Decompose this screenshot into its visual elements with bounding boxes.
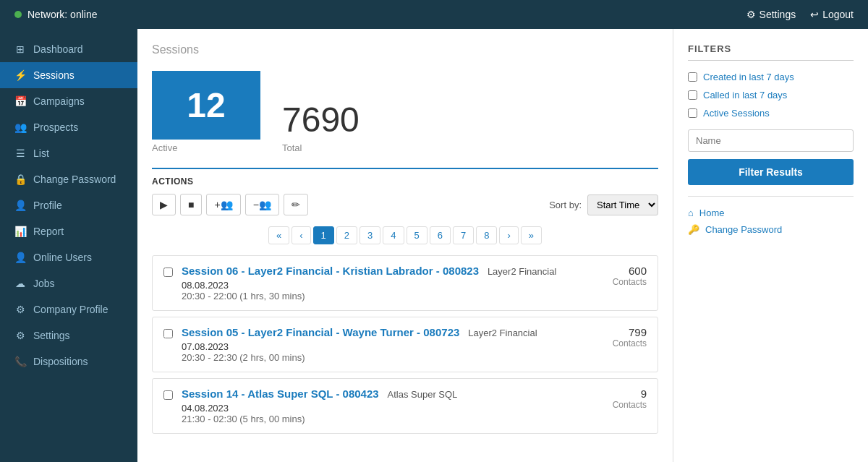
session-company-3: Atlas Super SQL <box>388 389 458 400</box>
content-area: Sessions 12 Active 7690 Total ACTIONS ▶ <box>137 29 673 462</box>
session-content-2: Session 05 - Layer2 Financial - Wayne Tu… <box>182 326 604 363</box>
sidebar-label-dispositions: Dispositions <box>33 356 88 367</box>
filter-name-input[interactable] <box>688 129 854 152</box>
session-title-1[interactable]: Session 06 - Layer2 Financial - Kristian… <box>182 265 479 277</box>
page-first[interactable]: « <box>268 226 289 244</box>
pagination: « ‹ 1 2 3 4 5 6 7 8 › » <box>152 226 658 244</box>
jobs-icon: ☁ <box>14 278 26 289</box>
prospects-icon: 👥 <box>14 121 26 133</box>
gear-icon: ⚙ <box>746 9 756 20</box>
sidebar-item-company-profile[interactable]: ⚙ Company Profile <box>0 296 137 322</box>
contacts-count-2: 799 <box>613 326 647 338</box>
filter-checkbox-created[interactable] <box>688 72 697 82</box>
stats-row: 12 Active 7690 Total <box>152 71 658 153</box>
sort-select[interactable]: Start Time End Time Name Contacts <box>587 194 658 215</box>
page-next[interactable]: › <box>499 226 518 244</box>
sidebar-label-change-password: Change Password <box>33 174 116 185</box>
sidebar-item-dispositions[interactable]: 📞 Dispositions <box>0 348 137 375</box>
page-2[interactable]: 2 <box>336 226 357 244</box>
list-icon: ☰ <box>14 147 26 159</box>
logout-link[interactable]: ↩ Logout <box>810 9 854 20</box>
sidebar-label-campaigns: Campaigns <box>33 95 85 107</box>
filter-active-sessions[interactable]: Active Sessions <box>688 108 854 119</box>
quick-link-change-password[interactable]: 🔑 Change Password <box>688 224 854 235</box>
home-icon: ⌂ <box>688 208 694 218</box>
filter-label-called: Called in last 7 days <box>703 90 787 100</box>
sidebar-item-change-password[interactable]: 🔒 Change Password <box>0 166 137 192</box>
play-button[interactable]: ▶ <box>152 194 176 215</box>
sidebar-item-profile[interactable]: 👤 Profile <box>0 192 137 218</box>
network-dot <box>14 11 22 18</box>
profile-icon: 👤 <box>14 200 26 211</box>
sidebar-label-settings: Settings <box>33 330 70 341</box>
page-7[interactable]: 7 <box>453 226 474 244</box>
dispositions-icon: 📞 <box>14 356 26 367</box>
session-contacts-2: 799 Contacts <box>613 326 647 348</box>
sidebar-label-online-users: Online Users <box>33 252 92 263</box>
filter-called-last-7[interactable]: Called in last 7 days <box>688 90 854 100</box>
page-prev[interactable]: ‹ <box>292 226 310 244</box>
sidebar-item-dashboard[interactable]: ⊞ Dashboard <box>0 36 137 62</box>
logout-icon: ↩ <box>810 9 819 20</box>
session-title-2[interactable]: Session 05 - Layer2 Financial - Wayne Tu… <box>182 326 459 338</box>
total-label: Total <box>282 142 359 153</box>
contacts-count-3: 9 <box>613 388 647 400</box>
session-checkbox-3[interactable] <box>163 390 173 400</box>
settings-link[interactable]: ⚙ Settings <box>746 9 796 20</box>
sidebar-label-sessions: Sessions <box>33 69 75 81</box>
quick-link-home[interactable]: ⌂ Home <box>688 208 854 218</box>
page-8[interactable]: 8 <box>476 226 497 244</box>
quick-link-password-label: Change Password <box>705 224 782 235</box>
page-last[interactable]: » <box>521 226 542 244</box>
filter-created-last-7[interactable]: Created in last 7 days <box>688 72 854 82</box>
session-checkbox-2[interactable] <box>163 329 173 338</box>
filter-results-button[interactable]: Filter Results <box>688 159 854 185</box>
page-1[interactable]: 1 <box>313 226 334 244</box>
sidebar-label-company-profile: Company Profile <box>33 304 109 315</box>
online-users-icon: 👤 <box>14 252 26 263</box>
session-row-3: Session 14 - Atlas Super SQL - 080423 At… <box>152 378 658 434</box>
topbar: Network: online ⚙ Settings ↩ Logout <box>0 0 868 29</box>
sidebar-item-report[interactable]: 📊 Report <box>0 218 137 244</box>
sidebar-item-jobs[interactable]: ☁ Jobs <box>0 270 137 296</box>
network-status: Network: online <box>14 9 98 20</box>
report-icon: 📊 <box>14 226 26 237</box>
sidebar-item-settings[interactable]: ⚙ Settings <box>0 322 137 348</box>
session-checkbox-1[interactable] <box>163 268 173 277</box>
session-content-1: Session 06 - Layer2 Financial - Kristian… <box>182 265 604 301</box>
session-row: Session 06 - Layer2 Financial - Kristian… <box>152 255 658 311</box>
contacts-count-1: 600 <box>613 265 647 277</box>
sidebar-item-online-users[interactable]: 👤 Online Users <box>0 244 137 270</box>
settings-label: Settings <box>760 9 796 20</box>
sidebar: ⊞ Dashboard ⚡ Sessions 📅 Campaigns 👥 Pro… <box>0 29 137 462</box>
sidebar-item-sessions[interactable]: ⚡ Sessions <box>0 62 137 88</box>
dashboard-icon: ⊞ <box>14 43 26 55</box>
page-4[interactable]: 4 <box>383 226 404 244</box>
sidebar-label-prospects: Prospects <box>33 121 78 133</box>
page-5[interactable]: 5 <box>407 226 427 244</box>
filter-divider <box>688 196 854 197</box>
session-time-1: 20:30 - 22:00 (1 hrs, 30 mins) <box>182 291 604 301</box>
session-date-1: 08.08.2023 <box>182 280 604 291</box>
session-title-3[interactable]: Session 14 - Atlas Super SQL - 080423 <box>182 388 379 400</box>
page-3[interactable]: 3 <box>359 226 380 244</box>
filter-checkbox-called[interactable] <box>688 90 697 100</box>
remove-contacts-button[interactable]: −👥 <box>245 194 279 215</box>
quick-link-home-label: Home <box>699 208 725 218</box>
sidebar-item-list[interactable]: ☰ List <box>0 140 137 166</box>
stop-button[interactable]: ■ <box>180 194 202 215</box>
session-content-3: Session 14 - Atlas Super SQL - 080423 At… <box>182 388 604 424</box>
add-contacts-button[interactable]: +👥 <box>206 194 240 215</box>
filter-checkbox-active[interactable] <box>688 108 697 118</box>
sidebar-label-dashboard: Dashboard <box>33 43 83 55</box>
sidebar-item-prospects[interactable]: 👥 Prospects <box>0 114 137 140</box>
session-date-3: 04.08.2023 <box>182 403 604 414</box>
sidebar-label-list: List <box>33 147 49 159</box>
sort-row: Sort by: Start Time End Time Name Contac… <box>549 194 658 215</box>
page-6[interactable]: 6 <box>430 226 451 244</box>
sidebar-item-campaigns[interactable]: 📅 Campaigns <box>0 88 137 114</box>
main-content: Sessions 12 Active 7690 Total ACTIONS ▶ <box>137 29 673 462</box>
actions-label: ACTIONS <box>152 176 658 187</box>
edit-button[interactable]: ✏ <box>284 194 308 215</box>
sidebar-label-report: Report <box>33 226 64 237</box>
